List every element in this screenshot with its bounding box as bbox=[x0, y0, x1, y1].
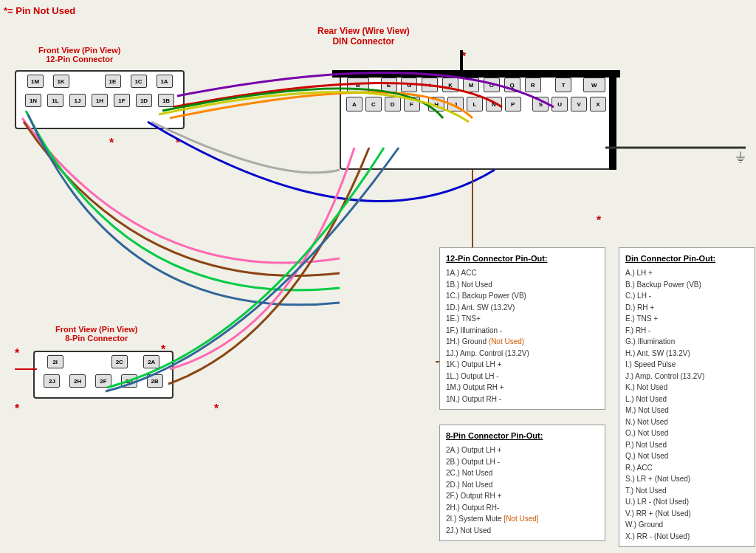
pin-D: D bbox=[385, 97, 401, 111]
label-rear-din: Rear View (Wire View) DIN Connector bbox=[317, 26, 410, 47]
pin-U: U bbox=[551, 97, 568, 111]
pin-1M: 1M bbox=[27, 75, 44, 88]
asterisk-din-right: * bbox=[597, 214, 601, 227]
pin-2F: 2F bbox=[95, 374, 111, 388]
pin-entry-1j: 1J.) Amp. Control (13.2V) bbox=[446, 348, 599, 360]
pin-entry-1l: 1L.) Output LH - bbox=[446, 371, 599, 382]
pin-H: H bbox=[428, 97, 444, 111]
pinout-12pin-title: 12-Pin Connector Pin-Out: bbox=[446, 253, 599, 265]
din-pin-v: V.) RR + (Not Used) bbox=[625, 508, 749, 520]
label-12pin-connector: Front View (Pin View) 12-Pin Connector bbox=[38, 46, 120, 63]
pin-2I: 2I bbox=[47, 355, 63, 368]
din-bottom-row: A C D F H J L N P S U V X bbox=[341, 95, 611, 114]
pin-1F: 1F bbox=[114, 94, 130, 107]
pin-1B: 1B bbox=[158, 94, 174, 107]
pinout-din-title: Din Connector Pin-Out: bbox=[625, 253, 749, 265]
pin-entry-2c: 2C.) Not Used bbox=[446, 467, 599, 479]
din-pin-l: L.) Not Used bbox=[625, 394, 749, 405]
ground-symbol: ⏚ bbox=[736, 148, 745, 165]
pin-entry-1b: 1B.) Not Used bbox=[446, 279, 599, 291]
pin-B: B bbox=[347, 78, 369, 92]
8pin-top-row: 2I 2C 2A bbox=[35, 352, 172, 371]
pin-entry-2j: 2J.) Not Used bbox=[446, 525, 599, 537]
din-pin-s: S.) LR + (Not Used) bbox=[625, 473, 749, 485]
pin-P: P bbox=[505, 97, 521, 111]
pin-entry-1e: 1E.) TNS+ bbox=[446, 313, 599, 325]
pin-1L: 1L bbox=[47, 94, 63, 107]
pin-G: G bbox=[401, 78, 417, 92]
pin-entry-1m: 1M.) Output RH + bbox=[446, 382, 599, 394]
pin-J: J bbox=[447, 97, 464, 111]
asterisk-8pin-bottomleft: * bbox=[15, 402, 19, 416]
pin-entry-2f: 2F.) Output RH + bbox=[446, 490, 599, 502]
pin-1H: 1H bbox=[92, 94, 108, 107]
12pin-top-row: 1M 1K 1E 1C 1A bbox=[16, 72, 183, 91]
pin-1N: 1N bbox=[25, 94, 41, 107]
8pin-connector-box: 2I 2C 2A 2J 2H 2F 2D 2B bbox=[33, 351, 173, 399]
pin-1C: 1C bbox=[131, 75, 147, 88]
pin-2C: 2C bbox=[111, 355, 128, 368]
pin-1D: 1D bbox=[136, 94, 152, 107]
12pin-bottom-row: 1N 1L 1J 1H 1F 1D 1B bbox=[16, 91, 183, 110]
pinout-8pin-title: 8-Pin Connector Pin-Out: bbox=[446, 430, 599, 442]
pin-entry-1n: 1N.) Output RH - bbox=[446, 394, 599, 405]
din-pin-m: M.) Not Used bbox=[625, 405, 749, 416]
pin-entry-2h: 2H.) Output RH- bbox=[446, 502, 599, 514]
din-pin-k: K.) Not Used bbox=[625, 382, 749, 394]
pin-2D: 2D bbox=[121, 374, 137, 388]
pin-2J: 2J bbox=[44, 374, 60, 388]
pin-A: A bbox=[346, 97, 362, 111]
pin-F: F bbox=[404, 97, 420, 111]
pin-entry-2a: 2A.) Output LH + bbox=[446, 444, 599, 456]
pin-L: L bbox=[467, 97, 483, 111]
din-pin-g: G.) Illumination bbox=[625, 336, 749, 348]
pin-entry-2b: 2B.) Output LH - bbox=[446, 456, 599, 468]
din-pin-w: W.) Ground bbox=[625, 519, 749, 531]
pin-T: T bbox=[555, 78, 571, 92]
din-pin-n: N.) Not Used bbox=[625, 416, 749, 428]
din-connector-box: B E G I K M O Q R T W A C D F H J L N P … bbox=[340, 74, 613, 170]
din-pin-f: F.) RH - bbox=[625, 325, 749, 337]
asterisk-12pin-2: * bbox=[176, 137, 180, 150]
pin-1E: 1E bbox=[105, 75, 121, 88]
pin-C: C bbox=[365, 97, 382, 111]
asterisk-12pin-1: * bbox=[109, 137, 114, 150]
pin-entry-2i: 2I.) System Mute [Not Used] bbox=[446, 513, 599, 525]
din-pin-u: U.) LR - (Not Used) bbox=[625, 496, 749, 508]
pinout-12pin-box: 12-Pin Connector Pin-Out: 1A.) ACC 1B.) … bbox=[439, 247, 605, 410]
pin-entry-2d: 2D.) Not Used bbox=[446, 479, 599, 491]
pin-X: X bbox=[590, 97, 606, 111]
pinout-8pin-box: 8-Pin Connector Pin-Out: 2A.) Output LH … bbox=[439, 425, 605, 541]
label-8pin-connector: Front View (Pin View) 8-Pin Connector bbox=[55, 325, 137, 343]
din-top-row: B E G I K M O Q R T W bbox=[341, 75, 611, 95]
din-pin-j: J.) Amp. Control (13.2V) bbox=[625, 371, 749, 382]
pin-2H: 2H bbox=[69, 374, 86, 388]
pin-2A: 2A bbox=[143, 355, 159, 368]
pin-1A: 1A bbox=[157, 75, 173, 88]
pin-entry-1f: 1F.) Illumination - bbox=[446, 325, 599, 337]
din-pin-d: D.) RH + bbox=[625, 302, 749, 314]
asterisk-din-top: * bbox=[461, 50, 466, 63]
din-pin-i: I.) Speed Pulse bbox=[625, 359, 749, 371]
pinout-din-box: Din Connector Pin-Out: A.) LH + B.) Back… bbox=[619, 247, 755, 547]
pin-E: E bbox=[381, 78, 397, 92]
din-pin-e: E.) TNS + bbox=[625, 313, 749, 325]
din-pin-p: P.) Not Used bbox=[625, 439, 749, 451]
asterisk-8pin-left: * bbox=[15, 347, 19, 360]
12pin-connector-box: 1M 1K 1E 1C 1A 1N 1L 1J 1H 1F 1D 1B bbox=[15, 70, 185, 129]
pin-I: I bbox=[422, 78, 438, 92]
din-pin-h: H.) Ant. SW (13.2V) bbox=[625, 348, 749, 360]
asterisk-8pin-top: * bbox=[161, 343, 165, 357]
din-pin-a: A.) LH + bbox=[625, 267, 749, 279]
din-pin-q: Q.) Not Used bbox=[625, 450, 749, 462]
pin-1J: 1J bbox=[69, 94, 86, 107]
pin-1K: 1K bbox=[53, 75, 69, 88]
din-pin-r: R.) ACC bbox=[625, 462, 749, 474]
din-pin-b: B.) Backup Power (VB) bbox=[625, 279, 749, 291]
pin-entry-1h: 1H.) Ground (Not Used) bbox=[446, 336, 599, 348]
din-pin-x: X.) RR - (Not Used) bbox=[625, 531, 749, 543]
pin-O: O bbox=[484, 78, 500, 92]
pin-S: S bbox=[532, 97, 549, 111]
pin-V: V bbox=[571, 97, 587, 111]
pin-M: M bbox=[463, 78, 479, 92]
